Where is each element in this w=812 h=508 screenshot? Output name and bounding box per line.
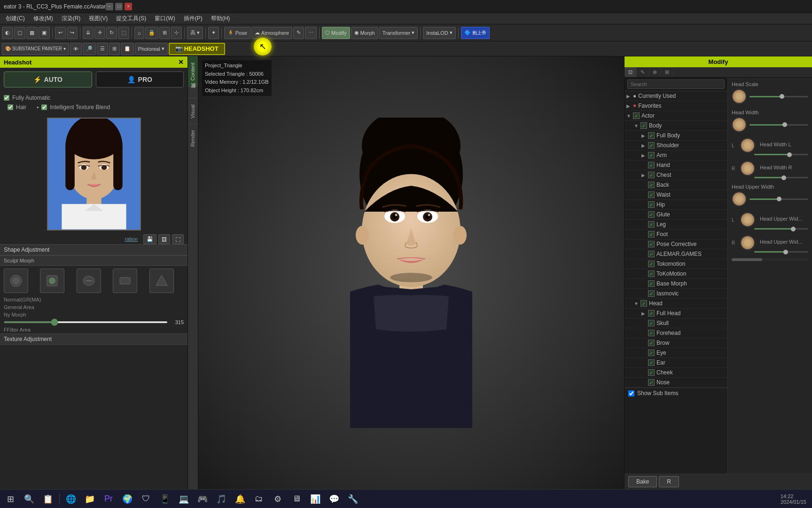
leg-checkbox[interactable] (648, 221, 655, 228)
tool-redo[interactable]: ↪ (67, 27, 78, 39)
morph-button[interactable]: ◉ Morph (351, 27, 378, 39)
bake-extra-button[interactable]: R (659, 476, 679, 487)
tree-item-actor[interactable]: ▼ Actor (625, 111, 727, 121)
taskbar-app3[interactable]: 💻 (175, 491, 192, 507)
maximize-button[interactable]: □ (115, 3, 123, 10)
taskbar-app12[interactable]: 🔧 (344, 491, 361, 507)
intelligent-texture-checkbox[interactable] (41, 104, 47, 110)
menu-create[interactable]: 创建(C) (2, 14, 29, 24)
taskbar-premiere[interactable]: Pr (100, 491, 117, 507)
taskbar-app1[interactable]: 🛡 (138, 491, 155, 507)
photo-expand-button[interactable]: ⛶ (172, 234, 184, 244)
tree-item-body[interactable]: ▼ Body (625, 121, 727, 131)
menu-view[interactable]: 视图(V) (85, 14, 111, 24)
tool-select[interactable]: ⇊ (83, 27, 94, 39)
back-checkbox[interactable] (648, 182, 655, 188)
taskbar-app5[interactable]: 🎵 (213, 491, 230, 507)
head-upper-width-l-knob[interactable] (791, 227, 796, 231)
panel-close-button[interactable]: ✕ (178, 58, 184, 66)
tokomotion-checkbox[interactable] (648, 261, 655, 267)
foot-checkbox[interactable] (648, 231, 655, 238)
menu-help[interactable]: 帮助(H) (207, 14, 234, 24)
photo-save-button[interactable]: 💾 (143, 234, 156, 244)
sculpt-item-4[interactable] (113, 269, 137, 293)
taskbar-app4[interactable]: 🎮 (194, 491, 211, 507)
taskbar-explorer[interactable]: 📁 (81, 491, 98, 507)
modify-tab-edit[interactable]: ⊡ (625, 67, 637, 77)
sculpt-item-3[interactable] (77, 269, 101, 293)
tree-item-pose-corrective[interactable]: Pose Corrective (625, 239, 727, 249)
head-width-track[interactable] (750, 124, 808, 126)
tree-item-currently-used[interactable]: ▶ ● Currently Used (625, 91, 727, 101)
search-input[interactable] (627, 79, 725, 89)
renderer-dropdown[interactable]: Photoreal ▾ (135, 43, 168, 55)
taskbar-app10[interactable]: 📊 (307, 491, 324, 507)
tree-item-full-body[interactable]: ▶ Full Body (625, 131, 727, 141)
chest-checkbox[interactable] (648, 172, 655, 178)
full-head-checkbox[interactable] (648, 310, 655, 317)
head-width-r-knob[interactable] (781, 175, 786, 180)
vtab-material[interactable]: 素材 (188, 87, 198, 98)
tool-move[interactable]: ✛ (94, 27, 105, 39)
shoulder-checkbox[interactable] (648, 142, 655, 149)
actor-checkbox[interactable] (633, 112, 640, 119)
head-upper-width-knob[interactable] (777, 197, 781, 201)
tree-item-tokomotion2[interactable]: ToKoMotion (625, 269, 727, 279)
tool-tb-4[interactable]: ⊞ (109, 43, 120, 55)
head-upper-width-r-knob[interactable] (783, 250, 788, 254)
waist-checkbox[interactable] (648, 191, 655, 198)
tree-item-arm[interactable]: ▶ Arm (625, 151, 727, 160)
fully-automatic-option[interactable]: Fully Automatic (4, 93, 184, 103)
full-body-checkbox[interactable] (648, 132, 655, 139)
modify-tab-mesh[interactable]: ✎ (637, 67, 649, 77)
forehead-checkbox[interactable] (648, 330, 655, 336)
tree-item-full-head[interactable]: ▶ Full Head (625, 309, 727, 318)
taskbar-search[interactable]: 🔍 (21, 491, 38, 507)
tree-item-skull[interactable]: Skull (625, 318, 727, 328)
head-checkbox[interactable] (640, 300, 647, 307)
vtab-content[interactable]: Content (188, 56, 198, 87)
tool-btn-2[interactable]: ▢ (14, 27, 25, 39)
taskbar-app11[interactable]: 💬 (326, 491, 343, 507)
tool-lock[interactable]: 🔒 (145, 27, 158, 39)
tree-item-cheek[interactable]: Cheek (625, 368, 727, 378)
menu-tools[interactable]: 提交工具(S) (112, 14, 150, 24)
tool-scale[interactable]: ⬚ (118, 27, 129, 39)
head-width-r-track[interactable] (754, 177, 808, 178)
modify-tab-grid[interactable]: ⊞ (661, 67, 673, 77)
hand-checkbox[interactable] (648, 162, 655, 168)
modify-button[interactable]: ⬡ Modify (322, 27, 350, 39)
tree-item-tokomotion[interactable]: Tokomotion (625, 259, 727, 269)
vtab-visual[interactable]: Visual (188, 98, 198, 124)
tool-undo[interactable]: ↩ (55, 27, 66, 39)
taskbar-app7[interactable]: 🗂 (250, 491, 267, 507)
tool-btn-4[interactable]: ▣ (39, 27, 50, 39)
photo-frame-button[interactable]: 🖼 (158, 234, 170, 244)
base-morph-checkbox[interactable] (648, 280, 655, 287)
substance-btn[interactable]: 🎨 SUBSTANCE PAINTER ▾ (2, 43, 69, 55)
scroll-thumb[interactable] (732, 258, 762, 261)
sculpt-item-2[interactable] (40, 269, 64, 293)
topright-button[interactable]: 🔷 抱上帝 (461, 27, 490, 39)
menu-plugin[interactable]: 插件(P) (180, 14, 206, 24)
tree-item-eye[interactable]: Eye (625, 348, 727, 358)
head-upper-width-track[interactable] (750, 198, 808, 200)
taskbar-app2[interactable]: 📱 (156, 491, 173, 507)
tokomotion2-checkbox[interactable] (648, 270, 655, 277)
tree-item-leg[interactable]: Leg (625, 220, 727, 230)
skull-checkbox[interactable] (648, 320, 655, 326)
head-upper-width-r-track[interactable] (754, 251, 808, 253)
auto-mode-button[interactable]: ⚡ AUTO (4, 71, 92, 87)
taskbar-taskview[interactable]: 📋 (39, 491, 56, 507)
headshot-button[interactable]: 📷 HEADSHOT (169, 43, 225, 55)
minimize-button[interactable]: − (106, 3, 113, 10)
tree-item-head[interactable]: ▼ Head (625, 299, 727, 309)
tool-dots[interactable]: ⊹ (171, 27, 182, 39)
modify-tab-transform[interactable]: ⊕ (649, 67, 661, 77)
edit-icon-btn[interactable]: ✎ (293, 27, 304, 39)
tree-item-ear[interactable]: Ear (625, 358, 727, 368)
ear-checkbox[interactable] (648, 359, 655, 366)
tool-rotate[interactable]: ↻ (106, 27, 117, 39)
vtab-render[interactable]: Render (188, 124, 198, 152)
nose-checkbox[interactable] (648, 379, 655, 386)
